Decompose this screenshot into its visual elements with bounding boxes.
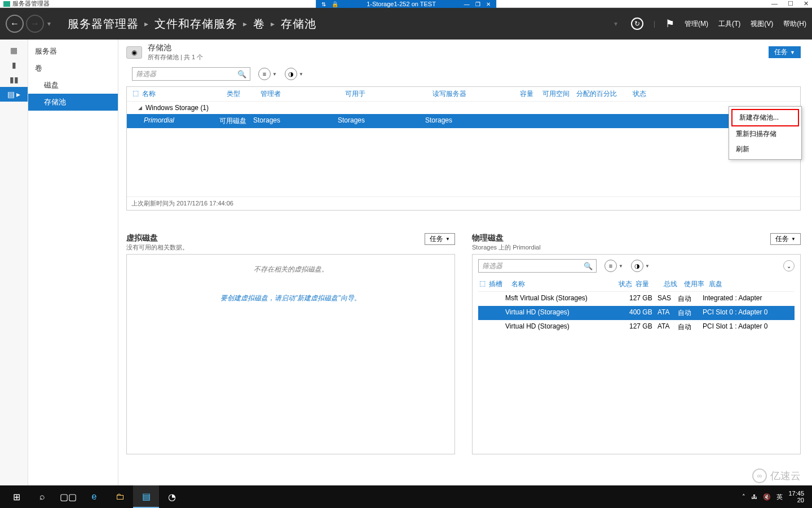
tray-chevron-icon[interactable]: ˄ (742, 493, 745, 501)
nav-back-button[interactable]: ← (6, 15, 24, 33)
pool-subtitle: 所有存储池 | 共 1 个 (148, 53, 203, 62)
pd-row-2[interactable]: Virtual HD (Storages) 127 GB ATA 自动 PCI … (478, 320, 795, 334)
col-free[interactable]: 可用空间 (542, 89, 576, 99)
tray-network-icon[interactable]: 🖧 (751, 493, 757, 500)
pd-title: 物理磁盘 (472, 233, 541, 243)
pd-group-options[interactable]: ◑ (631, 260, 650, 272)
pool-row-primordial[interactable]: Primordial 可用磁盘 Storages Storages Storag… (127, 114, 800, 128)
header-separator: | (654, 20, 655, 28)
col-name[interactable]: 名称 (142, 89, 227, 99)
menu-manage[interactable]: 管理(M) (685, 19, 708, 29)
pd-filter-input[interactable]: 筛选器 🔍 (478, 259, 597, 273)
row-rw: Storages (425, 116, 513, 126)
pd-col-chassis[interactable]: 底盘 (709, 279, 793, 289)
rail-all-servers-icon[interactable]: ▮▮ (0, 72, 28, 87)
menu-rescan-storage[interactable]: 重新扫描存储 (729, 126, 801, 142)
pd-tasks-button[interactable]: 任务 (770, 233, 801, 245)
lock-icon[interactable]: 🔒 (332, 1, 338, 7)
server-manager-taskbar-icon[interactable]: ▤ (133, 485, 159, 508)
vd-title: 虚拟磁盘 (126, 233, 188, 243)
pin-icon[interactable]: ⇅ (321, 1, 326, 7)
col-capacity[interactable]: 容量 (520, 89, 542, 99)
task-view-icon[interactable]: ▢▢ (55, 485, 81, 508)
pool-filter-input[interactable]: 筛选器 🔍 (132, 67, 250, 81)
bottom-panels: 虚拟磁盘 没有可用的相关数据。 任务 不存在相关的虚拟磁盘。 要创建虚拟磁盘，请… (126, 233, 801, 454)
breadcrumb-root[interactable]: 服务器管理器 (68, 16, 139, 32)
search-icon[interactable]: 🔍 (237, 70, 246, 78)
pd-col-status[interactable]: 状态 (619, 279, 636, 289)
vd-tasks-button[interactable]: 任务 (425, 233, 455, 245)
row-avail: Storages (338, 116, 425, 126)
col-status[interactable]: 状态 (633, 89, 667, 99)
col-manager[interactable]: 管理者 (261, 89, 345, 99)
pd-col-usage[interactable]: 使用率 (684, 279, 709, 289)
tray-ime[interactable]: 英 (776, 493, 783, 501)
col-rwserver[interactable]: 读写服务器 (433, 89, 520, 99)
menu-view[interactable]: 视图(V) (751, 19, 773, 29)
pool-group-row[interactable]: Windows Storage (1) (127, 102, 800, 114)
nav-forward-button[interactable]: → (26, 15, 44, 33)
sort-icon[interactable]: ⬚ (479, 279, 486, 289)
breadcrumb-3[interactable]: 存储池 (281, 16, 316, 32)
tray-time[interactable]: 17:45 (788, 490, 804, 497)
vm-connection-bar: ⇅ 🔒 1-Storage1-252 on TEST — ❐ ✕ (316, 0, 496, 8)
menu-refresh[interactable]: 刷新 (729, 142, 801, 157)
search-icon[interactable]: 🔍 (584, 262, 593, 270)
col-available[interactable]: 可用于 (345, 89, 433, 99)
pd-view-options[interactable]: ≡ (604, 260, 623, 272)
rail-dashboard-icon[interactable]: ▦ (0, 43, 28, 58)
pd-row-1[interactable]: Virtual HD (Storages) 400 GB ATA 自动 PCI … (478, 306, 795, 320)
breadcrumb-2[interactable]: 卷 (253, 16, 265, 32)
content-area: ◉ 存储池 所有存储池 | 共 1 个 任务 筛选器 🔍 ≡ ◑ ⬚ 名称 类型… (118, 40, 812, 485)
vd-create-link[interactable]: 要创建虚拟磁盘，请启动"新建虚拟磁盘"向导。 (133, 294, 449, 303)
refresh-icon[interactable]: ↻ (631, 17, 643, 30)
taskbar-search-icon[interactable]: ⌕ (29, 485, 55, 508)
ie-icon[interactable]: e (81, 485, 107, 508)
menu-help[interactable]: 帮助(H) (783, 19, 806, 29)
outer-minimize-icon[interactable]: — (771, 0, 778, 7)
sort-icon[interactable]: ⬚ (133, 89, 139, 99)
breadcrumb: 服务器管理器▸ 文件和存储服务▸ 卷▸ 存储池 (68, 16, 316, 32)
col-type[interactable]: 类型 (227, 89, 261, 99)
sidebar-item-volumes[interactable]: 卷 (28, 60, 118, 77)
col-percent[interactable]: 分配的百分比 (576, 89, 633, 99)
outer-maximize-icon[interactable]: ☐ (788, 0, 793, 7)
pd-col-slot[interactable]: 插槽 (489, 279, 511, 289)
tray-volume-icon[interactable]: 🔇 (763, 493, 771, 501)
main-area: ▦ ▮ ▮▮ ▤ ▸ 服务器 卷 磁盘 存储池 ◉ 存储池 所有存储池 | 共 … (0, 40, 812, 485)
vm-restore-icon[interactable]: ❐ (475, 1, 480, 7)
pd-col-name[interactable]: 名称 (511, 279, 619, 289)
rail-file-storage-icon[interactable]: ▤ ▸ (0, 87, 28, 102)
system-tray: ˄ 🖧 🔇 英 17:45 20 (742, 490, 809, 503)
start-button[interactable]: ⊞ (3, 485, 29, 508)
pd-col-bus[interactable]: 总线 (664, 279, 684, 289)
filter-placeholder: 筛选器 (136, 69, 156, 79)
row-type: 可用磁盘 (219, 116, 253, 126)
vm-close-icon[interactable]: ✕ (486, 1, 491, 7)
taskbar: ⊞ ⌕ ▢▢ e 🗀 ▤ ◔ ˄ 🖧 🔇 英 17:45 20 (0, 485, 812, 508)
row-name: Primordial (144, 116, 219, 126)
outer-close-icon[interactable]: ✕ (804, 0, 809, 7)
nav-dropdown-icon[interactable]: ▾ (47, 20, 51, 28)
menu-new-storage-pool[interactable]: 新建存储池... (731, 109, 799, 126)
vm-minimize-icon[interactable]: — (464, 1, 470, 7)
pd-row-0[interactable]: Msft Virtual Disk (Storages) 127 GB SAS … (478, 292, 795, 306)
virtual-disks-panel: 虚拟磁盘 没有可用的相关数据。 任务 不存在相关的虚拟磁盘。 要创建虚拟磁盘，请… (126, 233, 455, 454)
pd-expand-button[interactable]: ⌄ (783, 260, 795, 271)
pool-view-options[interactable]: ≡ (258, 68, 277, 80)
pool-group-options[interactable]: ◑ (285, 68, 303, 80)
pd-table-header: ⬚ 插槽 名称 状态 容量 总线 使用率 底盘 (478, 277, 795, 292)
sidebar-item-servers[interactable]: 服务器 (28, 43, 118, 60)
explorer-icon[interactable]: 🗀 (107, 485, 133, 508)
pd-col-capacity[interactable]: 容量 (636, 279, 664, 289)
pool-tasks-button[interactable]: 任务 (769, 46, 801, 58)
menu-tools[interactable]: 工具(T) (718, 19, 740, 29)
vm-titlebar: 服务器管理器 ⇅ 🔒 1-Storage1-252 on TEST — ❐ ✕ … (0, 0, 812, 8)
disk-manager-icon[interactable]: ◔ (159, 485, 185, 508)
sidebar-item-disks[interactable]: 磁盘 (28, 77, 118, 94)
breadcrumb-1[interactable]: 文件和存储服务 (155, 16, 237, 32)
sidebar-item-storage-pools[interactable]: 存储池 (28, 94, 118, 111)
notifications-flag-icon[interactable]: ⚑ (665, 17, 674, 30)
icon-rail: ▦ ▮ ▮▮ ▤ ▸ (0, 40, 28, 485)
rail-local-server-icon[interactable]: ▮ (0, 58, 28, 72)
